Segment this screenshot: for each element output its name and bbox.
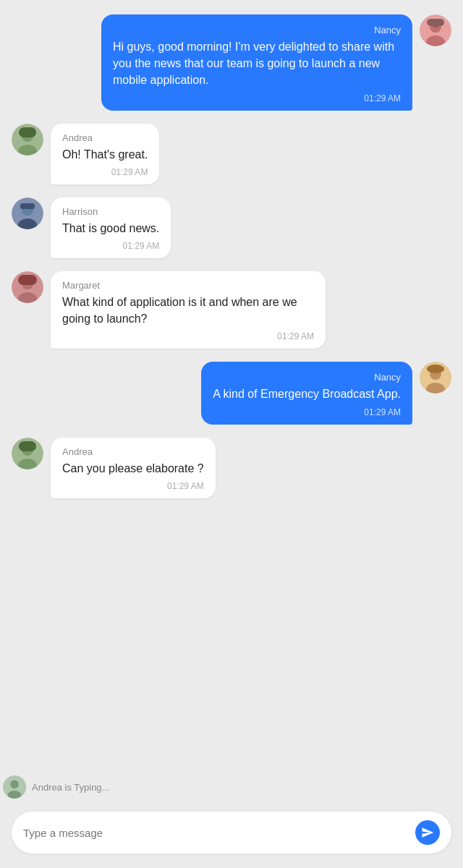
- time-msg2: 01:29 AM: [62, 167, 148, 177]
- message-row-msg2: AndreaOh! That's great.01:29 AM: [12, 124, 451, 184]
- svg-rect-12: [20, 203, 35, 209]
- time-msg5: 01:29 AM: [213, 407, 401, 417]
- typing-avatar: [3, 775, 26, 799]
- bubble-msg4: MargaretWhat kind of application is it a…: [51, 271, 326, 349]
- harrison-avatar: [12, 197, 43, 229]
- typing-text: Andrea is Typing...: [32, 782, 109, 793]
- svg-point-20: [427, 365, 444, 373]
- time-msg3: 01:29 AM: [62, 241, 159, 251]
- message-input[interactable]: [23, 827, 415, 839]
- sender-msg4: Margaret: [62, 280, 314, 291]
- andrea-avatar-2: [12, 438, 43, 469]
- message-row-msg1: NancyHi guys, good morning! I'm very del…: [12, 14, 451, 111]
- text-msg3: That is good news.: [62, 220, 159, 237]
- sender-msg2: Andrea: [62, 132, 148, 143]
- svg-rect-24: [19, 441, 36, 451]
- svg-rect-4: [427, 19, 444, 26]
- nancy-avatar-1: [420, 14, 451, 46]
- send-icon: [421, 826, 434, 839]
- message-row-msg5: NancyA kind of Emergency Broadcast App.0…: [12, 362, 451, 424]
- text-msg2: Oh! That's great.: [62, 146, 148, 163]
- sender-msg3: Harrison: [62, 206, 159, 217]
- text-msg6: Can you please elaborate ?: [62, 460, 204, 477]
- chat-container: NancyHi guys, good morning! I'm very del…: [0, 0, 463, 775]
- bubble-msg2: AndreaOh! That's great.01:29 AM: [51, 124, 159, 184]
- sender-msg1: Nancy: [113, 25, 401, 35]
- bubble-msg3: HarrisonThat is good news.01:29 AM: [51, 197, 171, 258]
- text-msg4: What kind of application is it and when …: [62, 294, 314, 327]
- typing-indicator-row: Andrea is Typing...: [0, 775, 463, 804]
- input-bar: [0, 804, 463, 868]
- sender-msg5: Nancy: [213, 372, 401, 383]
- margaret-avatar: [12, 271, 43, 303]
- nancy-avatar-2: [420, 362, 451, 393]
- message-row-msg4: MargaretWhat kind of application is it a…: [12, 271, 451, 349]
- bubble-msg1: NancyHi guys, good morning! I'm very del…: [101, 14, 412, 111]
- bubble-msg5: NancyA kind of Emergency Broadcast App.0…: [201, 362, 412, 424]
- time-msg4: 01:29 AM: [62, 331, 314, 341]
- time-msg6: 01:29 AM: [62, 481, 204, 491]
- time-msg1: 01:29 AM: [113, 93, 401, 103]
- input-inner: [12, 812, 451, 854]
- send-button[interactable]: [415, 820, 440, 845]
- sender-msg6: Andrea: [62, 446, 204, 457]
- svg-rect-8: [19, 127, 36, 137]
- andrea-avatar: [12, 124, 43, 156]
- text-msg1: Hi guys, good morning! I'm very delighte…: [113, 38, 401, 89]
- text-msg5: A kind of Emergency Broadcast App.: [213, 386, 401, 402]
- bubble-msg6: AndreaCan you please elaborate ?01:29 AM: [51, 438, 216, 498]
- svg-point-26: [10, 780, 19, 789]
- message-row-msg3: HarrisonThat is good news.01:29 AM: [12, 197, 451, 258]
- message-row-msg6: AndreaCan you please elaborate ?01:29 AM: [12, 438, 451, 498]
- svg-rect-16: [18, 275, 37, 285]
